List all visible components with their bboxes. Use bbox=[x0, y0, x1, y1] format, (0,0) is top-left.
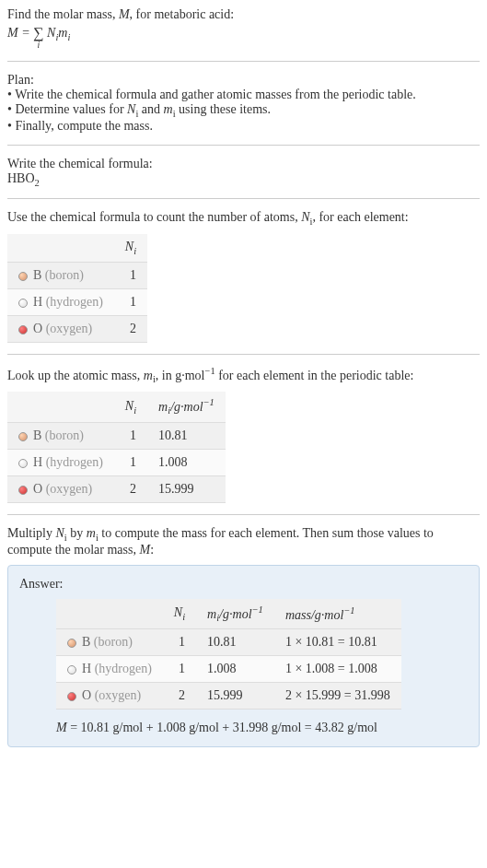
col-n-sub: i bbox=[182, 612, 185, 622]
divider bbox=[7, 61, 480, 62]
element-name: (hydrogen) bbox=[46, 455, 103, 469]
divider bbox=[7, 354, 480, 355]
col-n: Ni bbox=[163, 599, 196, 629]
intro-var-m: M bbox=[119, 7, 130, 21]
m-value: 15.999 bbox=[147, 475, 226, 502]
mass-value: 1 × 10.81 = 10.81 bbox=[274, 629, 401, 656]
plan-bullet1: • Write the chemical formula and gather … bbox=[7, 88, 480, 102]
lookup-table: Ni mi/g·mol−1 B (boron) 1 10.81 H (hydro… bbox=[7, 392, 226, 502]
element-cell: O (oxygen) bbox=[7, 475, 114, 502]
m-value: 1.008 bbox=[196, 656, 274, 683]
col-mass-sup: −1 bbox=[343, 605, 354, 616]
element-dot-icon bbox=[67, 692, 76, 701]
element-name: (boron) bbox=[94, 635, 133, 649]
element-dot-icon bbox=[18, 272, 28, 281]
n-value: 1 bbox=[114, 449, 147, 475]
element-symbol: H bbox=[82, 662, 91, 675]
n-value: 1 bbox=[114, 422, 147, 449]
col-n: Ni bbox=[114, 392, 147, 422]
element-symbol: H bbox=[33, 455, 42, 469]
plan-bullet3: • Finally, compute the mass. bbox=[7, 119, 480, 134]
element-dot-icon bbox=[18, 325, 28, 334]
intro-text: Find the molar mass, M, for metaboric ac… bbox=[7, 7, 480, 22]
lookup-h-start: Look up the atomic mass, bbox=[7, 369, 144, 382]
table-row: O (oxygen) 2 15.999 2 × 15.999 = 31.998 bbox=[56, 683, 401, 710]
lookup-h-end: for each element in the periodic table: bbox=[215, 369, 414, 382]
formula-m: m bbox=[58, 26, 67, 40]
formula-lhs: M bbox=[7, 26, 18, 40]
final-m-var: M bbox=[56, 721, 67, 734]
element-symbol: H bbox=[33, 295, 42, 309]
table-row: B (boron) 1 bbox=[7, 262, 147, 288]
mult-h-by: by bbox=[67, 526, 87, 540]
molar-mass-formula: M = ∑i Nimi bbox=[7, 26, 480, 50]
intro-line1-end: , for metaboric acid: bbox=[130, 7, 235, 21]
plan-b2-end: using these items. bbox=[176, 102, 271, 116]
count-h-n: N bbox=[301, 210, 309, 224]
table-row: H (hydrogen) 1 1.008 1 × 1.008 = 1.008 bbox=[56, 656, 401, 683]
n-value: 2 bbox=[163, 683, 196, 710]
col-m-unit: /g·mol bbox=[170, 400, 203, 414]
col-m-var: m bbox=[207, 606, 216, 620]
final-formula: M = 10.81 g/mol + 1.008 g/mol + 31.998 g… bbox=[56, 721, 468, 735]
plan-bullet2: • Determine values for Ni and mi using t… bbox=[7, 102, 480, 119]
final-eq: = 10.81 g/mol + 1.008 g/mol + 31.998 g/m… bbox=[67, 721, 377, 734]
table-row: O (oxygen) 2 15.999 bbox=[7, 475, 226, 502]
count-h-start: Use the chemical formula to count the nu… bbox=[7, 210, 301, 224]
table-header-row: Ni mi/g·mol−1 mass/g·mol−1 bbox=[56, 599, 401, 629]
element-cell: H (hydrogen) bbox=[7, 449, 114, 475]
chemformula-heading: Write the chemical formula: bbox=[7, 157, 480, 171]
n-value: 1 bbox=[163, 629, 196, 656]
col-element bbox=[7, 234, 114, 262]
formula-m-sub: i bbox=[67, 32, 70, 42]
table-header-row: Ni bbox=[7, 234, 147, 262]
sigma-sub: i bbox=[33, 41, 43, 50]
formula-n: N bbox=[47, 26, 55, 40]
m-value: 10.81 bbox=[147, 422, 226, 449]
n-value: 1 bbox=[163, 656, 196, 683]
answer-box: Answer: Ni mi/g·mol−1 mass/g·mol−1 B (bo… bbox=[7, 565, 480, 747]
n-value: 2 bbox=[114, 315, 147, 342]
element-cell: O (oxygen) bbox=[7, 315, 114, 342]
m-value: 15.999 bbox=[196, 683, 274, 710]
table-header-row: Ni mi/g·mol−1 bbox=[7, 392, 226, 422]
element-cell: B (boron) bbox=[56, 629, 163, 656]
element-dot-icon bbox=[67, 665, 76, 674]
count-section: Use the chemical formula to count the nu… bbox=[7, 210, 480, 343]
formula-eq: = bbox=[18, 26, 33, 40]
table-row: B (boron) 1 10.81 1 × 10.81 = 10.81 bbox=[56, 629, 401, 656]
n-value: 2 bbox=[114, 475, 147, 502]
element-cell: B (boron) bbox=[7, 422, 114, 449]
chemformula-main: HBO bbox=[7, 171, 35, 185]
col-m-sup: −1 bbox=[252, 604, 263, 615]
mass-value: 2 × 15.999 = 31.998 bbox=[274, 683, 401, 710]
col-m: mi/g·mol−1 bbox=[196, 599, 274, 629]
lookup-section: Look up the atomic mass, mi, in g·mol−1 … bbox=[7, 366, 480, 503]
element-dot-icon bbox=[18, 299, 28, 308]
lookup-h-mid: , in g·mol bbox=[156, 369, 205, 382]
lookup-h-m: m bbox=[144, 369, 153, 382]
count-h-end: , for each element: bbox=[312, 210, 408, 224]
col-m: mi/g·mol−1 bbox=[147, 392, 226, 422]
element-name: (hydrogen) bbox=[95, 662, 152, 675]
element-symbol: O bbox=[33, 322, 42, 335]
multiply-heading: Multiply Ni by mi to compute the mass fo… bbox=[7, 526, 480, 557]
divider bbox=[7, 198, 480, 199]
intro-section: Find the molar mass, M, for metaboric ac… bbox=[7, 7, 480, 50]
col-m-unit: /g·mol bbox=[219, 606, 251, 620]
answer-label: Answer: bbox=[19, 577, 468, 592]
table-row: B (boron) 1 10.81 bbox=[7, 422, 226, 449]
chemformula-value: HBO2 bbox=[7, 171, 480, 188]
element-dot-icon bbox=[18, 486, 28, 495]
m-value: 10.81 bbox=[196, 629, 274, 656]
plan-b2-start: • Determine values for bbox=[7, 102, 127, 116]
col-n-sub: i bbox=[133, 246, 136, 256]
chemformula-sub: 2 bbox=[35, 177, 40, 187]
col-n-var: N bbox=[125, 240, 133, 253]
col-mass: mass/g·mol−1 bbox=[274, 599, 401, 629]
element-symbol: B bbox=[82, 635, 90, 649]
mass-value: 1 × 1.008 = 1.008 bbox=[274, 656, 401, 683]
col-n-var: N bbox=[125, 399, 133, 413]
lookup-heading: Look up the atomic mass, mi, in g·mol−1 … bbox=[7, 366, 480, 384]
element-symbol: O bbox=[33, 482, 42, 496]
